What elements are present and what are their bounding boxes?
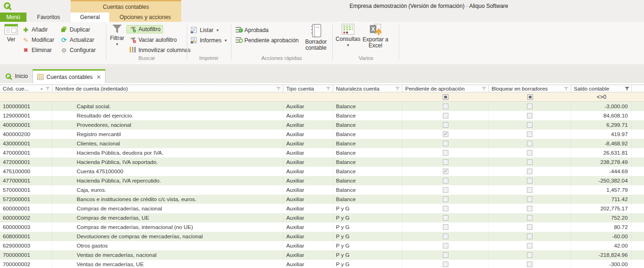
cell-bloquear[interactable] (489, 185, 571, 195)
cell-saldo[interactable]: 752.20 (571, 213, 632, 222)
pendiente-checkbox[interactable] (443, 243, 448, 248)
cell-codigo[interactable]: 100000001 (0, 102, 53, 111)
cell-codigo[interactable]: 400000001 (0, 120, 53, 130)
doc-tab-inicio[interactable]: Inicio (1, 69, 32, 83)
table-row[interactable]: 472000001 Hacienda Pública, IVA soportad… (0, 157, 644, 167)
cell-saldo[interactable]: -218,824.96 (571, 250, 632, 260)
cell-saldo[interactable]: 419.97 (571, 130, 632, 139)
pendiente-checkbox[interactable] (443, 141, 448, 146)
cell-saldo[interactable]: -60.00 (571, 232, 632, 241)
cell-codigo[interactable]: 430000001 (0, 139, 53, 148)
cell-nombre[interactable]: Compras de mercaderías, nacional (53, 204, 283, 213)
table-row[interactable]: 700000001 Ventas de mercaderías, naciona… (0, 250, 644, 260)
filter-funnel-icon[interactable] (326, 86, 331, 91)
cell-tipo[interactable]: Auxiliar (283, 232, 333, 241)
cell-codigo[interactable]: 472000001 (0, 157, 53, 167)
ver-button[interactable]: Ver (2, 24, 20, 43)
column-header-nombre[interactable]: Nombre de cuenta (indentado) (53, 85, 283, 92)
cell-pendiente[interactable] (402, 204, 489, 213)
cell-tipo[interactable]: Auxiliar (283, 241, 333, 250)
tab-favoritos[interactable]: Favoritos (26, 13, 71, 22)
cell-bloquear[interactable] (489, 222, 571, 232)
cell-nombre[interactable]: Hacienda Pública, deudora por IVA. (53, 148, 283, 157)
table-row[interactable]: 475100000 Cuenta 475100000 Auxiliar Bala… (0, 167, 644, 176)
cell-bloquear[interactable] (489, 111, 571, 120)
cell-codigo[interactable]: 400000200 (0, 130, 53, 139)
cell-bloquear[interactable] (489, 139, 571, 148)
filter-funnel-icon-active[interactable] (624, 86, 630, 91)
cell-pendiente[interactable] (402, 139, 489, 148)
cell-codigo[interactable]: 475100000 (0, 167, 53, 176)
cell-saldo[interactable]: -8,468.92 (571, 139, 632, 148)
cell-tipo[interactable]: Auxiliar (283, 130, 333, 139)
cell-naturaleza[interactable]: Balance (333, 185, 402, 195)
table-row[interactable]: 129000001 Resultado del ejercicio. Auxil… (0, 111, 644, 120)
cell-tipo[interactable]: Auxiliar (283, 167, 333, 176)
table-row[interactable]: 430000001 Clientes, nacional Auxiliar Ba… (0, 139, 644, 148)
bloquear-checkbox[interactable] (527, 113, 532, 118)
cell-bloquear[interactable] (489, 241, 571, 250)
table-row[interactable]: 629000003 Otros gastos Auxiliar P y G 42… (0, 241, 644, 250)
cell-pendiente[interactable] (402, 241, 489, 250)
table-row[interactable]: 700000002 Ventas de mercaderías, UE Auxi… (0, 260, 644, 268)
cell-bloquear[interactable] (489, 250, 571, 260)
cell-naturaleza[interactable]: P y G (333, 260, 402, 268)
filter-checkbox-pendiente[interactable] (402, 92, 489, 101)
column-header-pendiente[interactable]: Pendiente de aprobación (402, 85, 489, 92)
pendiente-checkbox[interactable] (443, 169, 448, 174)
tab-opciones-y-acciones[interactable]: Opciones y acciones (109, 13, 181, 22)
pendiente-checkbox[interactable] (443, 234, 448, 239)
cell-pendiente[interactable] (402, 130, 489, 139)
cell-nombre[interactable]: Cuenta 475100000 (53, 167, 283, 176)
indeterminate-checkbox[interactable] (527, 94, 533, 100)
pendiente-checkbox[interactable] (443, 187, 448, 193)
indeterminate-checkbox[interactable] (443, 94, 448, 100)
cell-naturaleza[interactable]: Balance (333, 139, 402, 148)
cell-tipo[interactable]: Auxiliar (283, 195, 333, 204)
cell-codigo[interactable]: 470000001 (0, 148, 53, 157)
pendiente-aprobacion-button[interactable]: Pendiente aprobación (235, 36, 299, 45)
listar-button[interactable]: Listar ▼ (191, 26, 219, 34)
pendiente-checkbox[interactable] (443, 215, 448, 221)
cell-nombre[interactable]: Compras de mercaderías, internacional (n… (53, 222, 283, 232)
cell-bloquear[interactable] (489, 195, 571, 204)
pendiente-checkbox[interactable] (443, 206, 448, 211)
cell-saldo[interactable]: -444.69 (571, 167, 632, 176)
cell-saldo[interactable]: 26,631.81 (571, 148, 632, 157)
cell-nombre[interactable]: Capital social. (53, 102, 283, 111)
cell-saldo[interactable]: -3,000.00 (571, 102, 632, 111)
filter-cell-tipo[interactable] (283, 92, 333, 101)
filtrar-button[interactable]: Filtrar ▼ (108, 24, 126, 47)
pendiente-checkbox[interactable] (443, 196, 448, 202)
cell-nombre[interactable]: Caja, euros. (53, 185, 283, 195)
cell-naturaleza[interactable]: P y G (333, 232, 402, 241)
cell-naturaleza[interactable]: P y G (333, 250, 402, 260)
pendiente-checkbox[interactable] (443, 178, 448, 183)
filter-funnel-icon[interactable] (45, 86, 50, 91)
aprobada-button[interactable]: ✓ Aprobada (235, 26, 269, 34)
cell-naturaleza[interactable]: Balance (333, 120, 402, 130)
table-row[interactable]: 608000001 Devoluciones de compras de mer… (0, 232, 644, 241)
cell-pendiente[interactable] (402, 120, 489, 130)
inmovilizar-columnas-button[interactable]: Inmovilizar columnas (129, 46, 191, 54)
duplicar-button[interactable]: Duplicar (60, 26, 90, 34)
cell-tipo[interactable]: Auxiliar (283, 102, 333, 111)
cell-codigo[interactable]: 700000002 (0, 260, 53, 268)
table-row[interactable]: 470000001 Hacienda Pública, deudora por … (0, 148, 644, 157)
cell-codigo[interactable]: 629000003 (0, 241, 53, 250)
bloquear-checkbox[interactable] (527, 224, 532, 230)
bloquear-checkbox[interactable] (527, 206, 532, 211)
cell-pendiente[interactable] (402, 250, 489, 260)
cell-bloquear[interactable] (489, 176, 571, 185)
cell-pendiente[interactable] (402, 232, 489, 241)
table-row[interactable]: 600000001 Compras de mercaderías, nacion… (0, 204, 644, 213)
cell-nombre[interactable]: Ventas de mercaderías, nacional (53, 250, 283, 260)
filter-cell-saldo[interactable]: <>0 (571, 92, 632, 101)
bloquear-checkbox[interactable] (527, 104, 532, 109)
filter-funnel-icon[interactable] (564, 86, 569, 91)
bloquear-checkbox[interactable] (527, 261, 532, 267)
column-header-codigo[interactable]: Cód. cue... ▲ (0, 85, 53, 92)
cell-codigo[interactable]: 600000003 (0, 222, 53, 232)
cell-pendiente[interactable] (402, 148, 489, 157)
filter-cell-nombre[interactable] (53, 92, 283, 101)
